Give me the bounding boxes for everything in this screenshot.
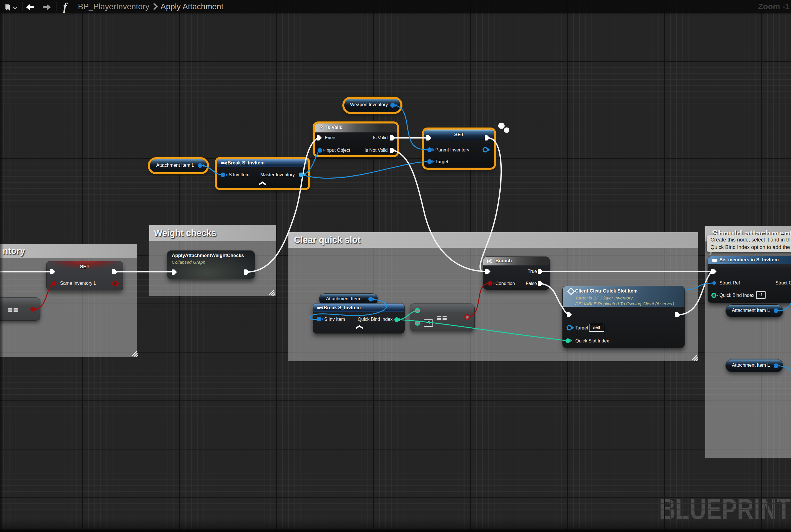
svg-text:f: f	[63, 1, 68, 13]
